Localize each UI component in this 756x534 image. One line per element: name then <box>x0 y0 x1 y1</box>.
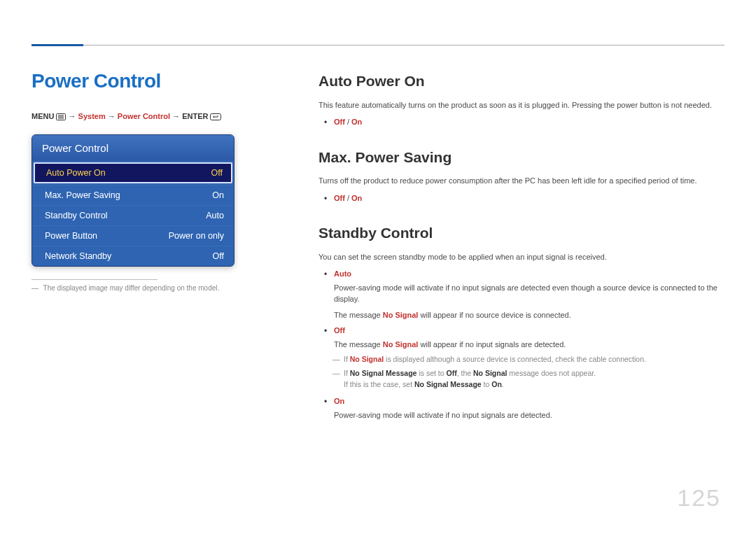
option-auto-desc-1: Power-saving mode will activate if no in… <box>334 282 728 305</box>
sep: / <box>345 118 351 126</box>
option-auto: Auto Power-saving mode will activate if … <box>334 268 728 321</box>
footnote-text: The displayed image may differ depending… <box>43 284 220 292</box>
footnote: ― The displayed image may differ dependi… <box>31 284 284 292</box>
breadcrumb-enter: ENTER <box>182 112 208 120</box>
no-signal: No Signal <box>350 355 384 363</box>
breadcrumb: MENU → System → Power Control → ENTER <box>31 112 284 122</box>
option-off-sublist: If No Signal is displayed although a sou… <box>334 354 728 390</box>
left-column: Power Control MENU → System → Power Cont… <box>31 70 284 292</box>
option-on: On <box>351 118 362 126</box>
text: is set to <box>416 369 446 377</box>
no-signal: No Signal <box>383 311 419 319</box>
dash-icon: ― <box>31 284 38 292</box>
osd-item-label: Network Standby <box>45 251 111 261</box>
osd-item-value: Off <box>213 251 224 261</box>
osd-item-standby-control[interactable]: Standby Control Auto <box>32 205 234 225</box>
sub2: If No Signal Message is set to Off, the … <box>344 368 728 391</box>
text: The message <box>334 340 383 349</box>
no-signal-message: No Signal Message <box>350 369 417 377</box>
breadcrumb-menu: MENU <box>31 112 54 120</box>
text: If this is the case, set <box>344 380 414 388</box>
text: If <box>344 355 350 363</box>
option-off-label: Off <box>334 326 345 335</box>
option-on-desc: Power-saving mode will activate if no in… <box>334 409 728 421</box>
option-off: Off <box>334 194 345 202</box>
option-on-label: On <box>334 397 344 405</box>
text: The message <box>334 311 383 319</box>
heading-auto-power-on: Auto Power On <box>318 70 728 92</box>
text: message does not appear. <box>507 369 596 377</box>
desc-auto-power-on: This feature automatically turns on the … <box>318 99 728 111</box>
option-off: Off The message No Signal will appear if… <box>334 325 728 390</box>
options-max-power-saving: Off / On <box>318 192 728 204</box>
text: will appear if no source device is conne… <box>418 311 570 319</box>
option-auto-label: Auto <box>334 269 351 278</box>
osd-item-value: Auto <box>206 211 224 220</box>
desc-max-power-saving: Turns off the product to reduce power co… <box>318 175 728 187</box>
osd-item-label: Auto Power On <box>46 168 106 178</box>
osd-item-network-standby[interactable]: Network Standby Off <box>32 246 234 266</box>
osd-panel: Power Control Auto Power On Off Max. Pow… <box>31 134 234 267</box>
no-signal-message: No Signal Message <box>414 380 482 388</box>
breadcrumb-power-control: Power Control <box>118 112 170 120</box>
option-off-on: Off / On <box>334 116 728 128</box>
top-rule-accent <box>31 44 83 46</box>
breadcrumb-arrow: → <box>69 112 76 120</box>
heading-max-power-saving: Max. Power Saving <box>318 146 728 169</box>
osd-item-value: On <box>212 190 224 200</box>
osd-item-power-button[interactable]: Power Button Power on only <box>32 225 234 246</box>
breadcrumb-arrow: → <box>108 112 115 120</box>
osd-item-max-power-saving[interactable]: Max. Power Saving On <box>32 185 234 205</box>
osd-item-label: Max. Power Saving <box>45 190 120 200</box>
text: If <box>344 369 350 377</box>
text: , the <box>457 369 473 377</box>
breadcrumb-arrow: → <box>172 112 180 120</box>
text: to <box>482 380 492 388</box>
option-auto-desc-2: The message No Signal will appear if no … <box>334 309 728 321</box>
breadcrumb-system: System <box>78 112 106 120</box>
page-number: 125 <box>677 484 721 512</box>
heading-standby-control: Standby Control <box>318 222 728 244</box>
text: . <box>502 380 504 388</box>
desc-standby-control: You can set the screen standby mode to b… <box>318 251 728 263</box>
osd-item-value: Off <box>211 168 223 178</box>
option-off-desc: The message No Signal will appear if no … <box>334 339 728 351</box>
option-off-on: Off / On <box>334 192 728 204</box>
option-off: Off <box>334 118 345 126</box>
no-signal: No Signal <box>473 369 507 377</box>
top-rule <box>31 45 724 45</box>
osd-item-auto-power-on[interactable]: Auto Power On Off <box>34 162 232 183</box>
sep: / <box>345 194 351 202</box>
on: On <box>491 380 502 388</box>
no-signal: No Signal <box>383 340 419 349</box>
option-on: On <box>351 194 362 202</box>
enter-icon <box>210 113 221 122</box>
osd-header: Power Control <box>32 135 234 161</box>
footnote-divider <box>31 279 158 280</box>
option-on: On Power-saving mode will activate if no… <box>334 395 728 421</box>
osd-item-label: Standby Control <box>45 211 108 220</box>
options-standby-control: Auto Power-saving mode will activate if … <box>318 268 728 421</box>
menu-icon <box>56 113 66 122</box>
sub1: If No Signal is displayed although a sou… <box>344 354 728 365</box>
osd-item-value: Power on only <box>169 231 224 241</box>
text: is displayed although a source device is… <box>384 355 646 363</box>
options-auto-power-on: Off / On <box>318 116 728 128</box>
osd-item-label: Power Button <box>45 231 97 241</box>
page-title: Power Control <box>31 70 284 92</box>
off: Off <box>446 369 456 377</box>
right-column: Auto Power On This feature automatically… <box>318 70 728 425</box>
text: will appear if no input signals are dete… <box>418 340 566 349</box>
